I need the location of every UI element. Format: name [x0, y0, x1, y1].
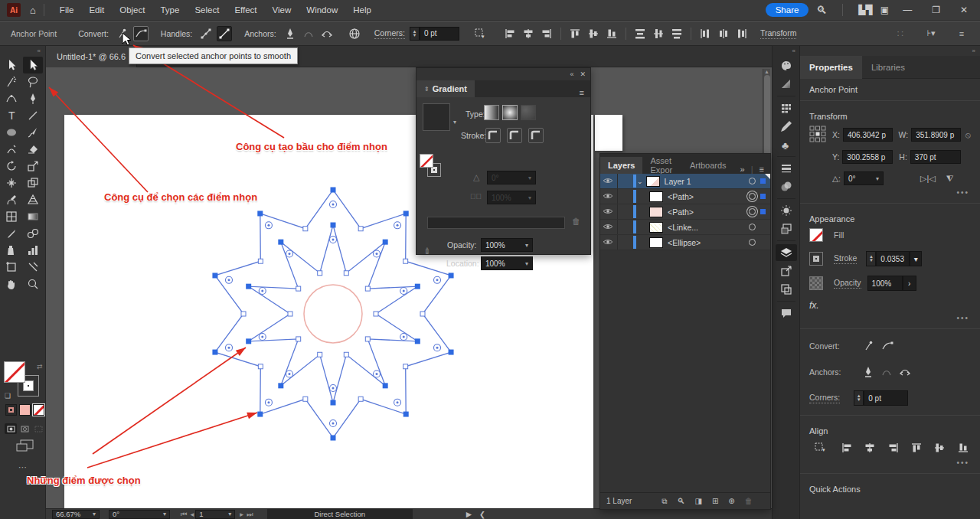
prev-artboard-icon[interactable]: ◂ — [191, 510, 194, 518]
tool-selection[interactable] — [2, 57, 21, 73]
tool-magic-wand[interactable] — [2, 73, 21, 90]
tool-blend[interactable] — [23, 225, 43, 242]
opacity-swatch[interactable] — [809, 276, 823, 290]
props-connect-anchors-button[interactable] — [879, 364, 894, 380]
radial-gradient-button[interactable] — [502, 105, 518, 120]
layer-name[interactable]: <Path> — [668, 192, 694, 201]
panel-icon-appearance[interactable] — [776, 202, 797, 219]
arrange-documents-icon[interactable]: ▣ — [880, 5, 889, 15]
props-corners-stepper[interactable]: ▲▼ — [854, 390, 864, 406]
align-v-center-button[interactable] — [586, 26, 601, 41]
visibility-eye-icon[interactable] — [600, 191, 616, 203]
minimize-button[interactable]: — — [897, 5, 918, 15]
tool-artboard[interactable] — [2, 259, 21, 276]
tool-gradient[interactable] — [23, 208, 43, 225]
unlink-dimensions-icon[interactable]: ⦸ — [965, 130, 971, 140]
props-convert-smooth-button[interactable] — [880, 338, 895, 354]
flip-horizontal-icon[interactable]: ▷|◁ — [920, 174, 936, 184]
rotation-angle-field[interactable]: 0°▾ — [844, 171, 884, 185]
flip-vertical-icon[interactable]: ⧨ — [946, 174, 954, 184]
layer-name[interactable]: <Path> — [668, 207, 694, 217]
illustrator-logo[interactable]: Ai — [7, 3, 21, 17]
transform-more-options[interactable]: ••• — [800, 187, 980, 198]
gp-location-field[interactable]: 100%▾ — [481, 256, 533, 270]
next-artboard-icon[interactable]: ▸ — [240, 510, 243, 518]
close-button[interactable]: ✕ — [954, 5, 974, 15]
w-field[interactable]: 351.8909 p — [911, 128, 961, 142]
tool-scale[interactable] — [23, 158, 43, 175]
tool-zoom[interactable] — [23, 276, 43, 292]
visibility-eye-icon[interactable] — [600, 175, 616, 188]
panel-icon-comments[interactable] — [776, 305, 797, 322]
stroke-swatch[interactable] — [809, 252, 823, 266]
visibility-eye-icon[interactable] — [600, 206, 616, 218]
draw-behind-button[interactable] — [18, 423, 31, 434]
tool-column-graph[interactable] — [23, 242, 43, 259]
align-bottom-button[interactable] — [604, 26, 619, 41]
stroke-within-button[interactable] — [485, 128, 501, 143]
target-circle-icon[interactable] — [749, 224, 756, 230]
align-top-button[interactable] — [567, 26, 583, 41]
collapse-toolbar-icon[interactable]: « — [0, 46, 45, 57]
tool-hand[interactable] — [2, 276, 21, 292]
delete-stop-icon[interactable]: 🗑︎ — [572, 217, 580, 226]
expand-chevron-icon[interactable]: ⌄ — [637, 178, 643, 185]
isolate-object-icon[interactable] — [347, 26, 362, 41]
first-artboard-icon[interactable]: ⏮ — [181, 510, 188, 519]
edit-toolbar-icon[interactable]: ⋯ — [18, 462, 28, 472]
home-icon[interactable]: ⌂ — [30, 5, 36, 16]
props-corners-field[interactable]: 0 pt — [864, 390, 908, 406]
reference-point-grid[interactable] — [809, 126, 826, 144]
panel-icon-symbols[interactable]: ♣ — [776, 136, 797, 153]
restore-button[interactable]: ❐ — [926, 5, 946, 15]
appearance-more-options[interactable]: ••• — [800, 312, 980, 324]
selection-indicator[interactable] — [760, 178, 766, 184]
align-right-button[interactable] — [887, 440, 899, 455]
collapse-panel-icon[interactable]: « — [570, 70, 573, 78]
target-circle-icon[interactable] — [749, 193, 756, 200]
menu-file[interactable]: File — [52, 5, 82, 15]
selection-indicator[interactable] — [760, 194, 766, 199]
panel-icon-asset-export[interactable] — [776, 263, 797, 279]
status-collapse-icon[interactable]: ❮ — [479, 510, 485, 518]
align-top-button[interactable] — [910, 440, 923, 455]
gradient-panel-tab[interactable]: ⇕Gradient — [416, 80, 475, 97]
color-mode-button[interactable] — [5, 404, 17, 416]
tab-layers[interactable]: Layers — [600, 157, 642, 174]
tool-width[interactable] — [2, 175, 21, 191]
visibility-eye-icon[interactable] — [600, 237, 616, 249]
remove-anchor-button[interactable] — [283, 26, 298, 41]
align-left-button[interactable] — [502, 26, 518, 41]
align-h-center-button[interactable] — [521, 26, 536, 41]
corners-stepper[interactable]: ▲▼ — [410, 27, 420, 41]
last-artboard-icon[interactable]: ⏭ — [247, 510, 253, 519]
panel-icon-graphic-styles[interactable] — [776, 220, 797, 237]
fill-swatch-none[interactable] — [809, 228, 823, 242]
draw-inside-button[interactable] — [32, 423, 44, 434]
tool-shaper[interactable] — [2, 141, 21, 158]
gradient-angle-field[interactable]: 0°▾ — [487, 171, 536, 184]
align-right-button[interactable] — [539, 26, 554, 41]
make-mask-icon[interactable]: ◨ — [695, 497, 702, 505]
document-tab[interactable]: Untitled-1* @ 66.6 — [46, 46, 137, 67]
tool-pen[interactable] — [23, 90, 43, 107]
tool-eyedropper[interactable] — [2, 225, 21, 242]
stroke-weight-dropdown[interactable]: ▾ — [910, 251, 922, 266]
tool-mesh[interactable] — [2, 208, 21, 225]
screen-mode-button[interactable] — [16, 439, 34, 455]
panel-icon-swatches[interactable] — [776, 100, 797, 116]
snap-options-icon[interactable]: ⊦▾ — [920, 26, 942, 41]
connect-anchors-button[interactable] — [301, 26, 316, 41]
menu-type[interactable]: Type — [152, 5, 187, 15]
gradient-eyedropper-icon[interactable]: ✐ — [422, 246, 434, 258]
stroke-across-button[interactable] — [528, 128, 544, 143]
linear-gradient-button[interactable] — [484, 105, 499, 120]
gradient-slider[interactable] — [427, 217, 565, 229]
tab-artboards[interactable]: Artboards — [682, 157, 734, 174]
align-v-center-button[interactable] — [933, 440, 946, 455]
tool-paintbrush[interactable] — [23, 124, 43, 141]
freeform-gradient-button[interactable] — [521, 105, 536, 120]
target-circle-icon[interactable] — [749, 208, 756, 215]
convert-to-smooth-button[interactable] — [133, 26, 149, 41]
cut-path-button[interactable] — [319, 26, 335, 41]
